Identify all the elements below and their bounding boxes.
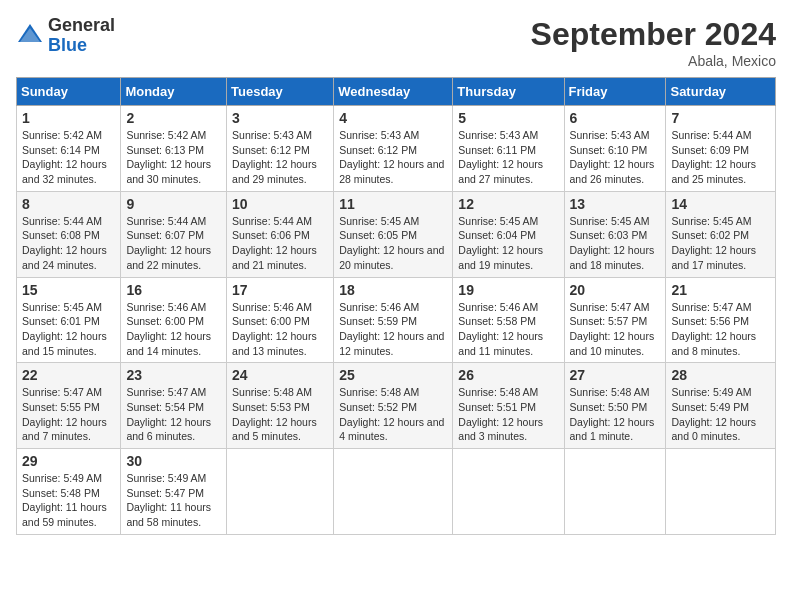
col-sunday: Sunday (17, 78, 121, 106)
table-row: 14Sunrise: 5:45 AMSunset: 6:02 PMDayligh… (666, 191, 776, 277)
table-row: 15Sunrise: 5:45 AMSunset: 6:01 PMDayligh… (17, 277, 121, 363)
table-row: 13Sunrise: 5:45 AMSunset: 6:03 PMDayligh… (564, 191, 666, 277)
table-row: 26Sunrise: 5:48 AMSunset: 5:51 PMDayligh… (453, 363, 564, 449)
col-friday: Friday (564, 78, 666, 106)
table-row (453, 449, 564, 535)
month-title: September 2024 (531, 16, 776, 53)
title-block: September 2024 Abala, Mexico (531, 16, 776, 69)
table-row (666, 449, 776, 535)
table-row: 12Sunrise: 5:45 AMSunset: 6:04 PMDayligh… (453, 191, 564, 277)
table-row: 1Sunrise: 5:42 AMSunset: 6:14 PMDaylight… (17, 106, 121, 192)
table-row: 27Sunrise: 5:48 AMSunset: 5:50 PMDayligh… (564, 363, 666, 449)
table-row: 5Sunrise: 5:43 AMSunset: 6:11 PMDaylight… (453, 106, 564, 192)
col-monday: Monday (121, 78, 227, 106)
table-row: 2Sunrise: 5:42 AMSunset: 6:13 PMDaylight… (121, 106, 227, 192)
table-row: 8Sunrise: 5:44 AMSunset: 6:08 PMDaylight… (17, 191, 121, 277)
table-row: 23Sunrise: 5:47 AMSunset: 5:54 PMDayligh… (121, 363, 227, 449)
calendar-table: Sunday Monday Tuesday Wednesday Thursday… (16, 77, 776, 535)
col-thursday: Thursday (453, 78, 564, 106)
table-row (564, 449, 666, 535)
table-row: 28Sunrise: 5:49 AMSunset: 5:49 PMDayligh… (666, 363, 776, 449)
logo-blue-text: Blue (48, 35, 87, 55)
table-row: 6Sunrise: 5:43 AMSunset: 6:10 PMDaylight… (564, 106, 666, 192)
table-row: 17Sunrise: 5:46 AMSunset: 6:00 PMDayligh… (227, 277, 334, 363)
table-row: 18Sunrise: 5:46 AMSunset: 5:59 PMDayligh… (334, 277, 453, 363)
table-row: 16Sunrise: 5:46 AMSunset: 6:00 PMDayligh… (121, 277, 227, 363)
page-header: General Blue September 2024 Abala, Mexic… (16, 16, 776, 69)
table-row: 20Sunrise: 5:47 AMSunset: 5:57 PMDayligh… (564, 277, 666, 363)
table-row: 9Sunrise: 5:44 AMSunset: 6:07 PMDaylight… (121, 191, 227, 277)
table-row: 22Sunrise: 5:47 AMSunset: 5:55 PMDayligh… (17, 363, 121, 449)
logo-general-text: General (48, 15, 115, 35)
table-row (227, 449, 334, 535)
location-subtitle: Abala, Mexico (531, 53, 776, 69)
table-row: 29Sunrise: 5:49 AMSunset: 5:48 PMDayligh… (17, 449, 121, 535)
table-row: 21Sunrise: 5:47 AMSunset: 5:56 PMDayligh… (666, 277, 776, 363)
table-row: 10Sunrise: 5:44 AMSunset: 6:06 PMDayligh… (227, 191, 334, 277)
table-row: 30Sunrise: 5:49 AMSunset: 5:47 PMDayligh… (121, 449, 227, 535)
col-wednesday: Wednesday (334, 78, 453, 106)
col-tuesday: Tuesday (227, 78, 334, 106)
table-row: 19Sunrise: 5:46 AMSunset: 5:58 PMDayligh… (453, 277, 564, 363)
col-saturday: Saturday (666, 78, 776, 106)
logo: General Blue (16, 16, 115, 56)
table-row: 7Sunrise: 5:44 AMSunset: 6:09 PMDaylight… (666, 106, 776, 192)
logo-icon (16, 22, 44, 50)
table-row: 4Sunrise: 5:43 AMSunset: 6:12 PMDaylight… (334, 106, 453, 192)
table-row: 3Sunrise: 5:43 AMSunset: 6:12 PMDaylight… (227, 106, 334, 192)
table-row: 24Sunrise: 5:48 AMSunset: 5:53 PMDayligh… (227, 363, 334, 449)
header-row: Sunday Monday Tuesday Wednesday Thursday… (17, 78, 776, 106)
table-row (334, 449, 453, 535)
table-row: 11Sunrise: 5:45 AMSunset: 6:05 PMDayligh… (334, 191, 453, 277)
table-row: 25Sunrise: 5:48 AMSunset: 5:52 PMDayligh… (334, 363, 453, 449)
